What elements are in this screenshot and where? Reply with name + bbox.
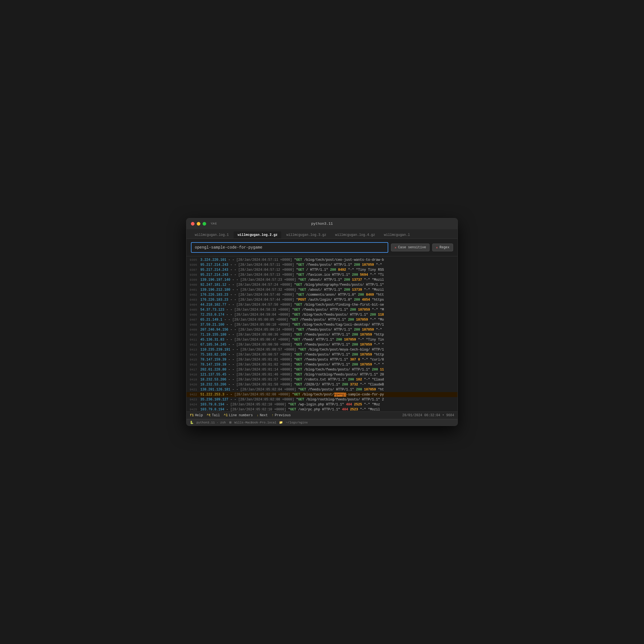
tab-log2[interactable]: willmcgugan.log.2.gz	[234, 231, 281, 239]
log-text: 207.246.94.156 - - [28/Jan/2024:05:00:14…	[200, 327, 382, 332]
status-bar: f1 Help ^t Tail ^l Line numbers ↓ Next ↑…	[186, 412, 458, 419]
log-text: 103.79.8.194 - [28/Jan/2024:05:02:10 +00…	[200, 407, 380, 412]
search-input-wrapper[interactable]	[191, 242, 388, 253]
log-text: 95.217.214.243 - - [28/Jan/2024:04:57:12…	[200, 267, 384, 272]
log-row-9414: 9414 75.183.82.166 - - [28/Jan/2024:05:0…	[186, 352, 458, 357]
line-number: 9420	[189, 382, 200, 387]
log-text: 78.147.159.39 - - [28/Jan/2024:05:01:02 …	[200, 362, 384, 367]
log-row-9403: 9403 176.226.183.23 - - [28/Jan/2024:04:…	[186, 297, 458, 302]
log-row-9397: 9397 95.217.214.243 - - [28/Jan/2024:04:…	[186, 267, 458, 272]
log-text: 78.147.159.39 - - [28/Jan/2024:05:01:01 …	[200, 357, 384, 362]
separator1: 🖥	[229, 421, 232, 424]
log-row-9425: 9425 103.79.8.194 - [28/Jan/2024:05:02:1…	[186, 407, 458, 412]
keyboard-shortcut: ⌥⌘4	[211, 222, 217, 226]
log-row-9416: 9416 78.147.159.39 - - [28/Jan/2024:05:0…	[186, 362, 458, 367]
tab-log4[interactable]: willmcgugan.log.4.gz	[331, 231, 379, 239]
log-row-9399: 9399 139.196.197.140 - - [28/Jan/2024:04…	[186, 277, 458, 282]
line-number: 9401	[189, 288, 200, 292]
log-row-9413: 9413 110.235.239.191 - - [28/Jan/2024:05…	[186, 347, 458, 352]
line-number: 9417	[189, 367, 200, 372]
line-number: 9415	[189, 357, 200, 362]
tail-key: ^t Tail	[207, 413, 220, 417]
log-row-9417: 9417 202.61.228.80 - - [28/Jan/2024:05:0…	[186, 367, 458, 372]
search-input[interactable]	[195, 245, 384, 250]
line-number: 9396	[189, 263, 200, 267]
log-row-9422: 9422 51.222.253.3 - - [28/Jan/2024:05:02…	[186, 392, 458, 397]
line-number: 9425	[189, 407, 200, 412]
close-button[interactable]	[191, 222, 195, 226]
log-content: 9395 3.224.220.101 - - [28/Jan/2024:04:5…	[186, 256, 458, 412]
log-text: 71.19.155.180 - - [28/Jan/2024:05:00:36 …	[200, 332, 384, 337]
log-row-9410: 9410 71.19.155.180 - - [28/Jan/2024:05:0…	[186, 332, 458, 337]
log-row-9409: 9409 207.246.94.156 - - [28/Jan/2024:05:…	[186, 327, 458, 332]
host: Wills-MacBook-Pro.local	[234, 421, 277, 424]
log-text: 44.218.102.77 - - [28/Jan/2024:04:57:50 …	[200, 302, 384, 307]
terminal-info: 🐍 python3.11 · zsh 🖥 Wills-MacBook-Pro.l…	[190, 421, 308, 424]
log-row-9408: 9408 37.59.21.100 - - [28/Jan/2024:05:00…	[186, 322, 458, 327]
log-text: 103.79.8.194 - [28/Jan/2024:05:02:10 +00…	[200, 402, 380, 407]
python-icon: 🐍	[190, 421, 194, 424]
tail-label: Tail	[212, 413, 220, 417]
log-text: 95.217.214.243 - - [28/Jan/2024:04:57:11…	[200, 262, 382, 267]
tab-log3[interactable]: willmcgugan.log.3.gz	[282, 231, 330, 239]
line-number: 9395	[189, 258, 200, 262]
log-text: 139.196.197.140 - - [28/Jan/2024:04:57:2…	[200, 277, 384, 282]
log-row-9395: 9395 3.224.220.101 - - [28/Jan/2024:04:5…	[186, 257, 458, 262]
line-number: 9409	[189, 328, 200, 332]
line-number: 9422	[189, 392, 200, 397]
line-number: 9400	[189, 283, 200, 287]
log-row-9415: 9415 78.147.159.39 - - [28/Jan/2024:05:0…	[186, 357, 458, 362]
tab-log1[interactable]: willmcgugan.log.1	[191, 231, 232, 239]
case-sensitive-toggle[interactable]: ✕ Case sensitive	[391, 244, 430, 251]
tabs-bar: willmcgugan.log.1 willmcgugan.log.2.gz w…	[186, 229, 458, 239]
log-text: 92.247.181.12 - - [28/Jan/2024:04:57:24 …	[200, 282, 384, 287]
line-numbers-label: Line numbers	[229, 413, 253, 417]
log-text: 35.236.109.127 - - [28/Jan/2024:05:02:08…	[200, 397, 384, 402]
log-text: 110.235.239.191 - - [28/Jan/2024:05:00:5…	[200, 347, 384, 352]
separator2: 📁	[279, 421, 283, 424]
log-row-9396: 9396 95.217.214.243 - - [28/Jan/2024:04:…	[186, 262, 458, 267]
log-row-9398: 9398 95.217.214.243 - - [28/Jan/2024:04:…	[186, 272, 458, 277]
log-row-9424: 9424 103.79.8.194 - [28/Jan/2024:05:02:1…	[186, 402, 458, 407]
line-number: 9416	[189, 362, 200, 367]
previous-key[interactable]: ↑ Previous	[272, 413, 291, 417]
log-row-9400: 9400 92.247.181.12 - - [28/Jan/2024:04:5…	[186, 282, 458, 287]
next-key[interactable]: ↓ Next	[257, 413, 268, 417]
log-text: 45.136.31.83 - - [28/Jan/2024:05:00:47 +…	[200, 337, 384, 342]
line-number: 9399	[189, 278, 200, 282]
maximize-button[interactable]	[203, 222, 206, 226]
status-right: 28/01/2024 06:32:04 • 9684	[402, 413, 454, 417]
log-row-9421: 9421 138.201.126.181 - - [28/Jan/2024:05…	[186, 387, 458, 392]
log-text: 176.226.183.23 - - [28/Jan/2024:04:57:44…	[200, 297, 384, 302]
log-row-9405: 9405 54.37.73.123 - - [28/Jan/2024:04:58…	[186, 307, 458, 312]
python-version: python3.11 · zsh	[196, 421, 226, 424]
line-number: 9421	[189, 387, 200, 392]
line-numbers-key: ^l Line numbers	[224, 413, 253, 417]
terminal-bar: 🐍 python3.11 · zsh 🖥 Wills-MacBook-Pro.l…	[186, 419, 458, 426]
regex-icon: ✕	[436, 246, 438, 249]
line-number: 9398	[189, 273, 200, 277]
tab-log5[interactable]: willmcgugan.l	[380, 231, 414, 239]
line-number: 9411	[189, 338, 200, 342]
log-text: 75.183.82.166 - - [28/Jan/2024:05:00:57 …	[200, 352, 384, 357]
line-number: 9408	[189, 323, 200, 327]
regex-label: Regex	[439, 246, 449, 249]
log-text: 139.196.212.180 - - [28/Jan/2024:04:57:3…	[200, 287, 384, 292]
line-number: 9410	[189, 333, 200, 337]
log-row-9402: 9402 176.226.183.23 - - [28/Jan/2024:04:…	[186, 292, 458, 297]
line-number: 9419	[189, 377, 200, 382]
line-number: 9414	[189, 352, 200, 357]
tail-key-badge: ^t	[207, 413, 211, 417]
regex-toggle[interactable]: ✕ Regex	[432, 244, 453, 251]
log-text: 37.59.21.100 - - [28/Jan/2024:05:00:10 +…	[200, 322, 384, 327]
log-row-9423: 9423 35.236.109.127 - - [28/Jan/2024:05:…	[186, 397, 458, 402]
line-number: 9418	[189, 372, 200, 377]
next-key-badge: ↓	[257, 413, 259, 417]
minimize-button[interactable]	[197, 222, 200, 226]
log-row-9411: 9411 45.136.31.83 - - [28/Jan/2024:05:00…	[186, 337, 458, 342]
log-text: 72.253.0.174 - - [28/Jan/2024:04:59:04 +…	[200, 312, 384, 317]
log-row-9418: 9418 121.137.55.45 - - [28/Jan/2024:05:0…	[186, 372, 458, 377]
next-label: Next	[260, 413, 268, 417]
traffic-lights	[191, 222, 206, 226]
log-row-9407: 9407 65.21.149.1 - - [28/Jan/2024:05:00:…	[186, 317, 458, 322]
